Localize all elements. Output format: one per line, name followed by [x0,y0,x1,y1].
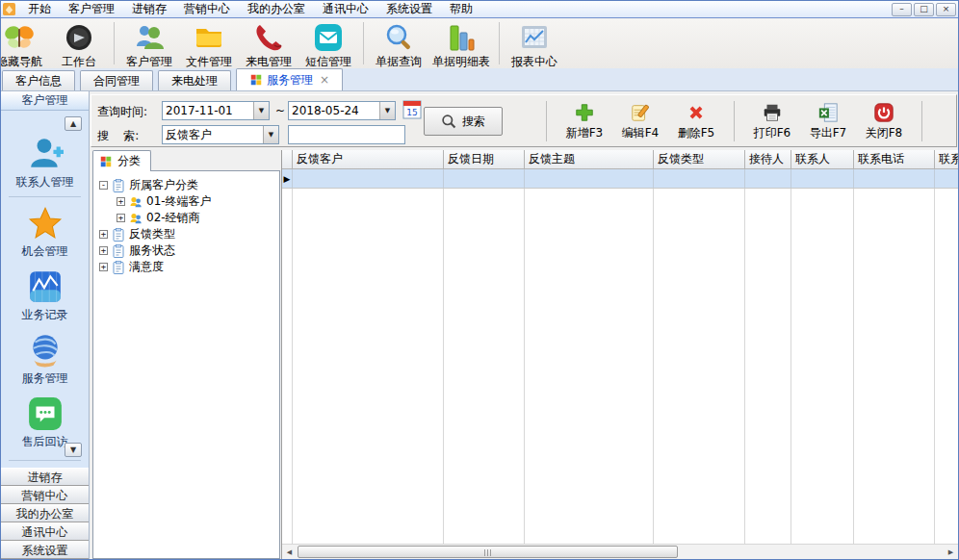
column-header[interactable]: 联系手机 [935,150,958,169]
sidebar-group-system-settings[interactable]: 系统设置 [1,541,89,559]
tab-service-mgmt[interactable]: 服务管理 × [236,68,343,90]
sidebar-item-service-mgmt[interactable]: 服务管理 [1,332,89,387]
minimize-button[interactable]: – [892,3,912,16]
menu-inventory[interactable]: 进销存 [123,1,175,17]
menu-customer-mgmt[interactable]: 客户管理 [60,1,123,17]
toolbar-label: 客户管理 [126,54,172,68]
column-header[interactable]: 接待人 [745,150,791,169]
sidebar-group-marketing[interactable]: 营销中心 [1,486,89,504]
search-button[interactable]: 搜索 [424,107,503,136]
horizontal-scrollbar[interactable]: ◀ ▶ [282,544,958,559]
toolbar-call-mgmt[interactable]: 来电管理 [239,21,298,68]
menu-help[interactable]: 帮助 [441,1,481,17]
expand-icon[interactable]: + [99,230,108,239]
toolbar-file-mgmt[interactable]: 文件管理 [179,21,239,68]
tab-close-icon[interactable]: × [320,70,329,89]
menu-comm-center[interactable]: 通讯中心 [314,1,377,17]
column-header[interactable]: 联系电话 [854,150,935,169]
tree-node-service-status[interactable]: + 服务状态 [93,242,279,259]
delete-button[interactable]: 删除F5 [668,100,724,141]
sidebar-item-opportunity-mgmt[interactable]: 机会管理 [1,205,89,260]
chevron-down-icon[interactable]: ▼ [379,102,395,119]
sidebar-group-customer-mgmt[interactable]: 客户管理 [1,91,89,111]
tab-label: 来电处理 [171,71,218,90]
collapse-icon[interactable]: - [99,181,108,190]
search-input[interactable] [288,125,405,144]
close-icon: × [943,5,950,13]
menu-start[interactable]: 开始 [19,1,60,17]
sidebar-scroll-down-button[interactable]: ▼ [65,443,82,457]
customers-small-icon [129,195,143,209]
sidebar-item-contact-mgmt[interactable]: 联系人管理 [1,136,89,191]
scroll-left-button[interactable]: ◀ [282,545,297,559]
action-label: 删除F5 [678,125,715,141]
date-from-value: 2017-11-01 [166,104,233,117]
chevron-down-icon[interactable]: ▼ [253,102,269,119]
menu-bar: 开始 客户管理 进销存 营销中心 我的办公室 通讯中心 系统设置 帮助 – □ … [1,1,958,18]
close-button[interactable]: × [936,3,956,16]
toolbar-doc-detail-report[interactable]: 单据明细表 [428,21,494,68]
toolbar-label: 单据查询 [376,54,422,68]
close-form-button[interactable]: 关闭F8 [856,100,912,141]
sidebar-group-my-office[interactable]: 我的办公室 [1,504,89,522]
toolbar-report-center[interactable]: 报表中心 [505,21,564,68]
calendar-icon: 15 [402,100,423,119]
expand-icon[interactable]: + [117,214,125,222]
tab-category[interactable]: 分类 [92,150,151,171]
grid-column [282,189,293,544]
table-cell [444,169,525,188]
scrollbar-track[interactable] [297,545,944,559]
edit-button[interactable]: 编辑F4 [612,100,668,141]
date-from-select[interactable]: 2017-11-01 ▼ [162,101,270,120]
calendar-button[interactable]: 15 [402,100,425,121]
table-cell [791,169,854,188]
date-to-select[interactable]: 2018-05-24 ▼ [288,101,396,120]
column-header[interactable]: 反馈客户 [293,150,444,169]
column-header[interactable]: 反馈日期 [444,150,525,169]
chevron-down-icon[interactable]: ▼ [263,126,278,143]
print-button[interactable]: 打印F6 [744,100,800,141]
toolbar-workbench[interactable]: 工作台 [49,21,109,68]
toolbar-doc-query[interactable]: 单据查询 [369,21,428,68]
expand-icon[interactable]: + [117,197,125,206]
expand-icon[interactable]: + [99,246,108,255]
tab-customer-info[interactable]: 客户信息 [2,70,75,90]
search-field-select[interactable]: 反馈客户 ▼ [162,125,279,144]
sidebar-group-comm-center[interactable]: 通讯中心 [1,522,89,541]
column-header[interactable]: 联系人 [791,150,854,169]
menu-marketing[interactable]: 营销中心 [175,1,239,17]
actions-separator [921,101,922,141]
row-marker-icon: ▶ [282,169,293,188]
tree-node-distributors[interactable]: + 02-经销商 [93,210,279,226]
sidebar-scroll-up-button[interactable]: ▲ [65,116,82,131]
printer-icon [762,102,783,123]
menu-my-office[interactable]: 我的办公室 [239,1,314,17]
toolbar-label: 单据明细表 [432,54,490,68]
tree-node-satisfaction[interactable]: + 满意度 [93,259,279,275]
new-button[interactable]: 新增F3 [557,100,612,141]
column-header[interactable]: 反馈类型 [654,150,745,169]
category-icon [112,179,125,192]
toolbar-hide-navigation[interactable]: 隐藏导航 [1,21,49,68]
tab-call-handling[interactable]: 来电处理 [158,70,231,90]
expand-icon[interactable]: + [99,263,108,271]
toolbar-sms-mgmt[interactable]: 短信管理 [298,21,358,68]
column-header[interactable]: 反馈主题 [525,150,654,169]
sidebar-group-inventory[interactable]: 进销存 [1,468,89,486]
tab-contract-mgmt[interactable]: 合同管理 [80,70,153,90]
scrollbar-thumb[interactable] [298,546,678,558]
table-grid-columns [282,189,958,544]
category-tree-panel: 分类 - 所属客户分类 + 01-终端客户 + [92,150,280,559]
tree-node-customer-categories[interactable]: - 所属客户分类 [93,177,279,193]
export-button[interactable]: 导出F7 [800,100,856,141]
restore-button[interactable]: □ [914,3,934,16]
menu-system-settings[interactable]: 系统设置 [377,1,441,17]
sidebar-item-business-records[interactable]: 业务记录 [1,268,89,323]
toolbar-customer-mgmt[interactable]: 客户管理 [119,21,179,68]
scroll-right-button[interactable]: ▶ [944,545,958,559]
tab-label: 服务管理 [267,70,313,89]
sidebar-item-label: 联系人管理 [16,174,74,191]
table-row[interactable]: ▶ [282,169,958,189]
tree-node-feedback-type[interactable]: + 反馈类型 [93,226,279,242]
tree-node-terminal-customers[interactable]: + 01-终端客户 [93,193,279,210]
